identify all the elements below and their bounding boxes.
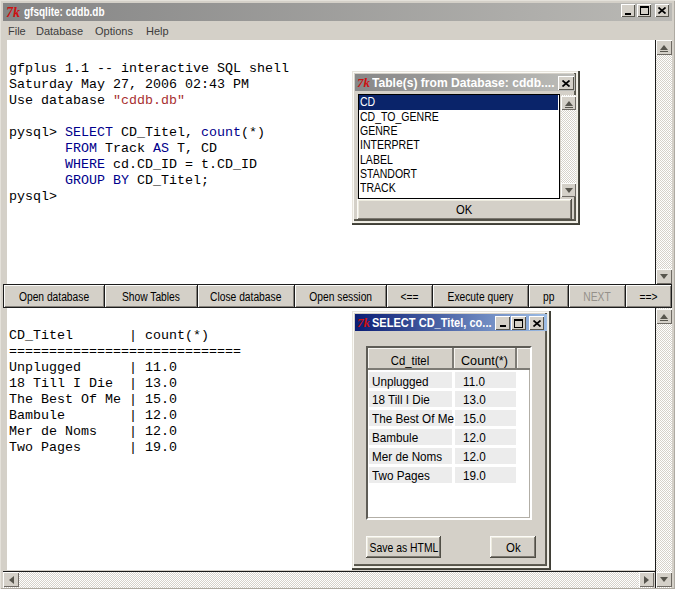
svg-text:7k: 7k [357, 316, 370, 329]
svg-text:7k: 7k [6, 5, 20, 19]
svg-text:7k: 7k [357, 76, 370, 89]
